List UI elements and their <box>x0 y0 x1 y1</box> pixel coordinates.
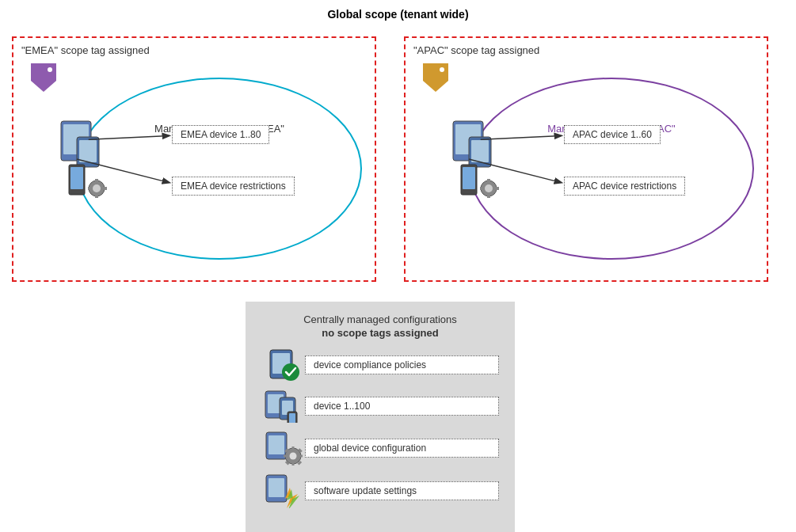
svg-marker-16 <box>423 63 448 92</box>
svg-rect-23 <box>463 167 475 189</box>
svg-point-44 <box>289 453 296 460</box>
device-100-box: device 1..100 <box>305 397 499 416</box>
emea-box: "EMEA" scope tag assigned Management sco… <box>12 36 376 282</box>
central-row-2: device 1..100 <box>261 390 499 423</box>
update-icon <box>261 473 305 508</box>
apac-device-policy-box: APAC device 1..60 <box>564 125 661 144</box>
svg-rect-40 <box>289 413 295 423</box>
svg-rect-28 <box>480 187 484 190</box>
svg-point-17 <box>440 67 444 72</box>
central-row-4: software update settings <box>261 473 499 508</box>
central-row-3: global device configuration <box>261 431 499 466</box>
central-title: Centrally managed configurations <box>261 314 499 325</box>
emea-restrict-policy-box: EMEA device restrictions <box>172 177 295 196</box>
software-update-box: software update settings <box>305 481 499 500</box>
svg-rect-54 <box>269 478 284 497</box>
apac-devices <box>445 117 524 207</box>
svg-rect-29 <box>495 187 499 190</box>
svg-rect-7 <box>70 167 83 189</box>
svg-rect-26 <box>487 179 490 183</box>
svg-rect-12 <box>88 187 92 190</box>
svg-point-1 <box>48 67 52 72</box>
svg-rect-11 <box>95 194 98 198</box>
svg-rect-47 <box>284 455 288 458</box>
emea-devices <box>53 117 132 207</box>
central-box: Centrally managed configurations no scop… <box>246 302 515 532</box>
svg-rect-21 <box>471 140 489 162</box>
page-title: Global scope (tenant wide) <box>0 0 796 28</box>
compliance-policy-box: device compliance policies <box>305 355 499 374</box>
central-subtitle: no scope tags assigned <box>261 327 499 339</box>
svg-rect-46 <box>291 462 294 466</box>
emea-device-policy-box: EMEA device 1..80 <box>172 125 269 144</box>
emea-tag-label: "EMEA" scope tag assigned <box>21 44 150 56</box>
main-area: "EMEA" scope tag assigned Management sco… <box>0 28 796 529</box>
apac-price-tag-icon <box>421 62 450 99</box>
apac-tag-label: "APAC" scope tag assigned <box>413 44 539 56</box>
apac-box: "APAC" scope tag assigned Management sco… <box>404 36 768 282</box>
device-group-icon <box>261 390 305 423</box>
apac-restrict-policy-box: APAC device restrictions <box>564 177 685 196</box>
svg-rect-45 <box>291 446 294 450</box>
compliance-icon <box>261 348 305 382</box>
svg-point-25 <box>485 184 493 192</box>
global-config-box: global device configuration <box>305 439 499 458</box>
svg-rect-13 <box>103 187 107 190</box>
svg-point-9 <box>93 184 101 192</box>
central-row-1: device compliance policies <box>261 348 499 382</box>
svg-marker-0 <box>31 63 56 92</box>
svg-rect-42 <box>269 435 284 454</box>
svg-rect-5 <box>79 140 97 162</box>
page-container: Global scope (tenant wide) "EMEA" scope … <box>0 0 796 532</box>
emea-price-tag-icon <box>29 62 58 99</box>
svg-rect-48 <box>299 455 303 458</box>
svg-rect-27 <box>487 194 490 198</box>
config-icon <box>261 431 305 466</box>
svg-rect-10 <box>95 179 98 183</box>
